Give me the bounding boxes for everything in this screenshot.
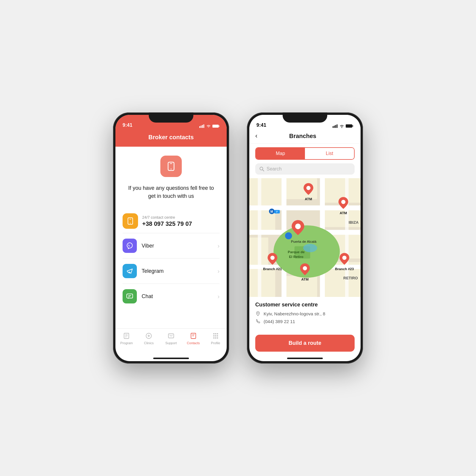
tab-switch: Map List [255,147,355,160]
svg-rect-1 [201,126,202,128]
svg-rect-2 [202,125,203,128]
location-card: Customer service centre Kyiv, Naberezhno… [249,297,361,331]
tab-map[interactable]: Map [256,148,305,159]
svg-rect-35 [334,126,335,128]
status-time-2: 9:41 [256,123,266,128]
phone1-inner: 9:41 [115,115,227,361]
svg-rect-59 [258,178,262,297]
battery-icon-2 [346,124,353,128]
nav-program-label: Program [120,341,133,345]
tab-list[interactable]: List [305,148,354,159]
svg-rect-40 [353,125,353,127]
nav-clinics[interactable]: Clinics [138,332,160,345]
svg-line-42 [263,170,264,171]
svg-rect-27 [217,333,218,334]
svg-rect-13 [128,295,131,296]
svg-rect-33 [217,337,218,339]
map-container[interactable]: M P Puerta de Alcalá IBIZA Parque de El … [249,178,361,297]
svg-rect-25 [213,333,214,334]
build-route-button[interactable]: Build a route [255,335,355,352]
back-button[interactable]: ‹ [255,132,257,140]
svg-rect-4 [212,125,219,128]
svg-point-76 [341,200,345,204]
signal-icon-2 [333,124,338,128]
telegram-label: Telegram [142,268,213,274]
telegram-menu-item[interactable]: Telegram › [123,259,220,284]
svg-rect-31 [213,337,214,339]
contact-phone-number: +38 097 325 79 07 [142,220,220,227]
location-phone: (044) 389 22 11 [264,319,295,324]
support-icon-wrap [167,332,175,340]
location-address-row: Kyiv, Naberezhno-logova str., 8 [255,311,355,316]
notch1 [149,112,193,123]
svg-text:ATM: ATM [301,277,309,281]
svg-rect-0 [199,126,200,128]
svg-text:RETIRO: RETIRO [343,276,358,280]
svg-rect-34 [333,126,333,128]
svg-point-11 [130,223,131,223]
nav-profile[interactable]: Profile [204,332,227,345]
contacts-icon-wrap [189,332,198,340]
viber-label: Viber [142,243,213,249]
nav-clinics-label: Clinics [144,341,154,345]
search-bar[interactable]: Search [255,163,355,175]
svg-text:ATM: ATM [340,211,347,215]
svg-rect-5 [219,126,220,127]
contact-description: If you have any questions fell free to g… [123,184,220,200]
location-address: Kyiv, Naberezhno-logova str., 8 [264,311,325,316]
chat-menu-item[interactable]: Chat › [123,284,220,309]
header-title: Broker contacts [148,134,194,140]
svg-rect-39 [346,124,352,128]
program-icon [123,332,130,339]
search-placeholder: Search [267,166,282,172]
home-indicator-1 [115,355,227,361]
mobile-phone-icon [166,161,176,172]
svg-rect-21 [168,334,174,338]
wifi-icon [206,124,211,128]
svg-rect-51 [249,269,275,297]
svg-text:M: M [270,210,273,213]
contact-card[interactable]: 24/7 contact centre +38 097 325 79 07 [123,209,220,233]
battery-icon [212,124,220,128]
location-pin-icon [255,311,261,316]
svg-text:Branch #21: Branch #21 [263,267,282,271]
profile-icon [212,332,219,339]
location-phone-row: (044) 389 22 11 [255,319,355,324]
branches-title: Branches [260,133,345,140]
svg-text:IBIZA: IBIZA [349,220,359,225]
svg-rect-37 [337,124,338,128]
wifi-icon-2 [339,124,344,128]
clinics-icon-wrap [145,332,153,340]
support-icon [167,332,175,339]
svg-rect-32 [215,337,216,339]
viber-menu-item[interactable]: Viber › [123,233,220,258]
contact-phone-icon [126,217,134,225]
phone1-content: If you have any questions fell free to g… [115,147,227,328]
svg-point-38 [342,127,342,128]
chat-chevron: › [217,293,220,300]
notch2 [283,112,327,123]
telegram-icon-wrap [123,264,137,278]
contacts-icon [190,332,197,339]
svg-point-81 [303,266,307,270]
clinics-icon [145,332,152,339]
nav-program[interactable]: Program [115,332,138,345]
svg-text:Puerta de Alcalá: Puerta de Alcalá [291,239,317,243]
phone2: 9:41 [247,112,363,364]
nav-support[interactable]: Support [160,332,182,345]
phone1: 9:41 [113,112,229,364]
search-icon [259,167,264,171]
home-indicator-2 [249,355,361,361]
nav-contacts[interactable]: Contacts [182,332,204,345]
program-icon-wrap [122,332,131,340]
map-background: M P Puerta de Alcalá IBIZA Parque de El … [249,178,361,297]
svg-point-63 [303,244,317,252]
phone-icon-circle [160,156,182,177]
telegram-chevron: › [217,268,220,275]
svg-text:ATM: ATM [305,197,312,201]
status-time-1: 9:41 [123,123,132,128]
nav-profile-label: Profile [211,341,220,345]
svg-rect-30 [217,335,218,336]
chat-icon [126,292,134,300]
viber-icon-wrap [123,239,137,253]
